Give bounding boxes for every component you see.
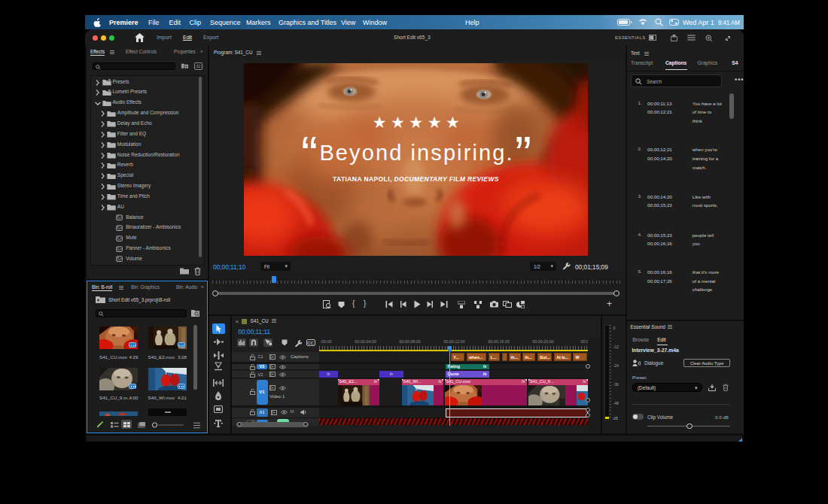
svg-text:32: 32	[196, 64, 200, 68]
